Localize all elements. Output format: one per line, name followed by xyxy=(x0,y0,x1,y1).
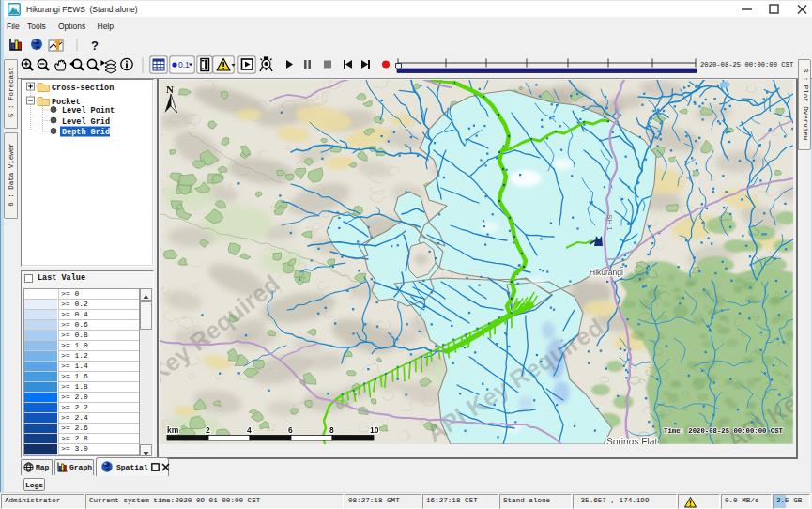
svg-text:10: 10 xyxy=(370,425,379,435)
svg-text:6: 6 xyxy=(288,425,293,435)
svg-text:0.1: 0.1 xyxy=(178,60,190,69)
svg-text:N: N xyxy=(166,84,174,95)
svg-text:Hikurangi: Hikurangi xyxy=(590,268,623,277)
svg-text:SH 1: SH 1 xyxy=(605,214,614,231)
svg-text:Depth Grid: Depth Grid xyxy=(62,128,110,137)
svg-text:Pocket: Pocket xyxy=(52,98,81,107)
svg-text:?: ? xyxy=(91,39,99,53)
svg-text:8: 8 xyxy=(329,425,334,435)
svg-text:km: km xyxy=(167,425,179,435)
svg-text:Level Point: Level Point xyxy=(62,106,115,116)
svg-text:2: 2 xyxy=(206,425,210,435)
svg-text:Level Grid: Level Grid xyxy=(62,117,110,127)
svg-text:4: 4 xyxy=(247,425,252,435)
svg-text:Cross-section: Cross-section xyxy=(52,84,114,93)
svg-text:Time: 2020-08-25 00:00:00 CST: Time: 2020-08-25 00:00:00 CST xyxy=(664,427,784,435)
svg-text:2020-08-25 00:00:00 CST: 2020-08-25 00:00:00 CST xyxy=(700,61,794,69)
svg-text:Springs Flat: Springs Flat xyxy=(606,437,658,444)
